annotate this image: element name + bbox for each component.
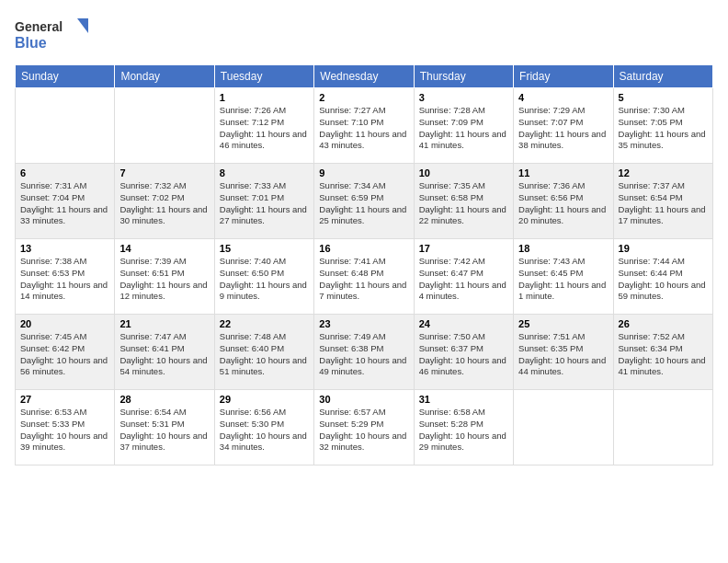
day-info: Sunrise: 7:37 AMSunset: 6:54 PMDaylight:… (619, 180, 708, 227)
day-info: Sunrise: 7:35 AMSunset: 6:58 PMDaylight:… (419, 180, 508, 227)
day-info: Sunrise: 7:26 AMSunset: 7:12 PMDaylight:… (220, 105, 309, 152)
day-number: 4 (518, 92, 608, 103)
day-info: Sunrise: 7:52 AMSunset: 6:34 PMDaylight:… (619, 331, 708, 378)
day-number: 20 (20, 318, 109, 329)
svg-marker-2 (77, 18, 88, 33)
calendar-cell (115, 88, 214, 164)
calendar-cell: 17Sunrise: 7:42 AMSunset: 6:47 PMDayligh… (414, 239, 513, 315)
calendar-week-1: 6Sunrise: 7:31 AMSunset: 7:04 PMDaylight… (16, 164, 713, 239)
day-info: Sunrise: 7:40 AMSunset: 6:50 PMDaylight:… (220, 256, 309, 303)
day-info: Sunrise: 7:30 AMSunset: 7:05 PMDaylight:… (619, 105, 708, 152)
day-info: Sunrise: 7:31 AMSunset: 7:04 PMDaylight:… (20, 180, 109, 227)
day-number: 17 (419, 243, 508, 254)
day-number: 12 (619, 167, 708, 178)
day-number: 22 (220, 318, 309, 329)
weekday-header-thursday: Thursday (414, 65, 513, 88)
day-number: 3 (419, 92, 508, 103)
calendar-cell: 10Sunrise: 7:35 AMSunset: 6:58 PMDayligh… (414, 164, 513, 239)
calendar-cell: 25Sunrise: 7:51 AMSunset: 6:35 PMDayligh… (514, 315, 613, 390)
day-info: Sunrise: 7:43 AMSunset: 6:45 PMDaylight:… (518, 256, 608, 303)
calendar-cell (16, 88, 115, 164)
calendar-cell: 28Sunrise: 6:54 AMSunset: 5:31 PMDayligh… (115, 390, 214, 465)
calendar-cell: 1Sunrise: 7:26 AMSunset: 7:12 PMDaylight… (214, 88, 313, 164)
day-info: Sunrise: 7:45 AMSunset: 6:42 PMDaylight:… (20, 331, 109, 378)
weekday-header-saturday: Saturday (613, 65, 712, 88)
day-info: Sunrise: 7:41 AMSunset: 6:48 PMDaylight:… (319, 256, 408, 303)
day-number: 16 (319, 243, 408, 254)
calendar-week-2: 13Sunrise: 7:38 AMSunset: 6:53 PMDayligh… (16, 239, 713, 315)
calendar-week-0: 1Sunrise: 7:26 AMSunset: 7:12 PMDaylight… (16, 88, 713, 164)
day-info: Sunrise: 6:53 AMSunset: 5:33 PMDaylight:… (20, 407, 109, 454)
calendar-cell: 19Sunrise: 7:44 AMSunset: 6:44 PMDayligh… (613, 239, 712, 315)
calendar-week-4: 27Sunrise: 6:53 AMSunset: 5:33 PMDayligh… (16, 390, 713, 465)
calendar-cell: 13Sunrise: 7:38 AMSunset: 6:53 PMDayligh… (16, 239, 115, 315)
weekday-header-sunday: Sunday (16, 65, 115, 88)
day-number: 10 (419, 167, 508, 178)
day-info: Sunrise: 7:39 AMSunset: 6:51 PMDaylight:… (119, 256, 209, 303)
calendar-cell: 7Sunrise: 7:32 AMSunset: 7:02 PMDaylight… (115, 164, 214, 239)
calendar-cell: 22Sunrise: 7:48 AMSunset: 6:40 PMDayligh… (214, 315, 313, 390)
day-info: Sunrise: 7:51 AMSunset: 6:35 PMDaylight:… (518, 331, 608, 378)
calendar-cell: 30Sunrise: 6:57 AMSunset: 5:29 PMDayligh… (314, 390, 414, 465)
calendar-cell: 31Sunrise: 6:58 AMSunset: 5:28 PMDayligh… (414, 390, 513, 465)
day-info: Sunrise: 7:27 AMSunset: 7:10 PMDaylight:… (319, 105, 408, 152)
day-info: Sunrise: 7:48 AMSunset: 6:40 PMDaylight:… (220, 331, 309, 378)
day-info: Sunrise: 7:49 AMSunset: 6:38 PMDaylight:… (319, 331, 408, 378)
day-number: 30 (319, 394, 408, 405)
day-number: 6 (20, 167, 109, 178)
calendar-cell: 14Sunrise: 7:39 AMSunset: 6:51 PMDayligh… (115, 239, 214, 315)
day-number: 9 (319, 167, 408, 178)
day-info: Sunrise: 7:42 AMSunset: 6:47 PMDaylight:… (419, 256, 508, 303)
calendar-cell: 21Sunrise: 7:47 AMSunset: 6:41 PMDayligh… (115, 315, 214, 390)
day-number: 14 (119, 243, 209, 254)
day-info: Sunrise: 7:33 AMSunset: 7:01 PMDaylight:… (220, 180, 309, 227)
weekday-header-tuesday: Tuesday (214, 65, 313, 88)
day-info: Sunrise: 7:38 AMSunset: 6:53 PMDaylight:… (20, 256, 109, 303)
weekday-header-wednesday: Wednesday (314, 65, 414, 88)
calendar-cell: 23Sunrise: 7:49 AMSunset: 6:38 PMDayligh… (314, 315, 414, 390)
calendar-cell: 24Sunrise: 7:50 AMSunset: 6:37 PMDayligh… (414, 315, 513, 390)
calendar-cell: 27Sunrise: 6:53 AMSunset: 5:33 PMDayligh… (16, 390, 115, 465)
day-number: 26 (619, 318, 708, 329)
day-number: 13 (20, 243, 109, 254)
day-number: 31 (419, 394, 508, 405)
calendar-cell: 29Sunrise: 6:56 AMSunset: 5:30 PMDayligh… (214, 390, 313, 465)
calendar-cell (514, 390, 613, 465)
day-number: 18 (518, 243, 608, 254)
day-number: 5 (619, 92, 708, 103)
weekday-header-monday: Monday (115, 65, 214, 88)
day-number: 29 (220, 394, 309, 405)
day-info: Sunrise: 7:44 AMSunset: 6:44 PMDaylight:… (619, 256, 708, 303)
calendar-cell: 4Sunrise: 7:29 AMSunset: 7:07 PMDaylight… (514, 88, 613, 164)
calendar-cell: 11Sunrise: 7:36 AMSunset: 6:56 PMDayligh… (514, 164, 613, 239)
calendar-table: SundayMondayTuesdayWednesdayThursdayFrid… (15, 64, 713, 465)
day-info: Sunrise: 6:56 AMSunset: 5:30 PMDaylight:… (220, 407, 309, 454)
day-info: Sunrise: 7:28 AMSunset: 7:09 PMDaylight:… (419, 105, 508, 152)
calendar-cell: 16Sunrise: 7:41 AMSunset: 6:48 PMDayligh… (314, 239, 414, 315)
calendar-cell: 15Sunrise: 7:40 AMSunset: 6:50 PMDayligh… (214, 239, 313, 315)
day-number: 7 (119, 167, 209, 178)
day-info: Sunrise: 7:29 AMSunset: 7:07 PMDaylight:… (518, 105, 608, 152)
svg-text:Blue: Blue (15, 35, 47, 51)
calendar-cell: 9Sunrise: 7:34 AMSunset: 6:59 PMDaylight… (314, 164, 414, 239)
calendar-week-3: 20Sunrise: 7:45 AMSunset: 6:42 PMDayligh… (16, 315, 713, 390)
header: General Blue (15, 15, 713, 55)
day-number: 21 (119, 318, 209, 329)
calendar-cell: 8Sunrise: 7:33 AMSunset: 7:01 PMDaylight… (214, 164, 313, 239)
day-number: 1 (220, 92, 309, 103)
day-number: 19 (619, 243, 708, 254)
day-number: 11 (518, 167, 608, 178)
calendar-cell: 20Sunrise: 7:45 AMSunset: 6:42 PMDayligh… (16, 315, 115, 390)
day-info: Sunrise: 7:47 AMSunset: 6:41 PMDaylight:… (119, 331, 209, 378)
calendar-cell: 3Sunrise: 7:28 AMSunset: 7:09 PMDaylight… (414, 88, 513, 164)
day-number: 23 (319, 318, 408, 329)
svg-text:General: General (15, 19, 63, 34)
day-number: 24 (419, 318, 508, 329)
day-number: 15 (220, 243, 309, 254)
logo: General Blue (15, 15, 97, 55)
calendar-cell: 2Sunrise: 7:27 AMSunset: 7:10 PMDaylight… (314, 88, 414, 164)
day-number: 28 (119, 394, 209, 405)
day-number: 2 (319, 92, 408, 103)
day-number: 25 (518, 318, 608, 329)
weekday-header-row: SundayMondayTuesdayWednesdayThursdayFrid… (16, 65, 713, 88)
